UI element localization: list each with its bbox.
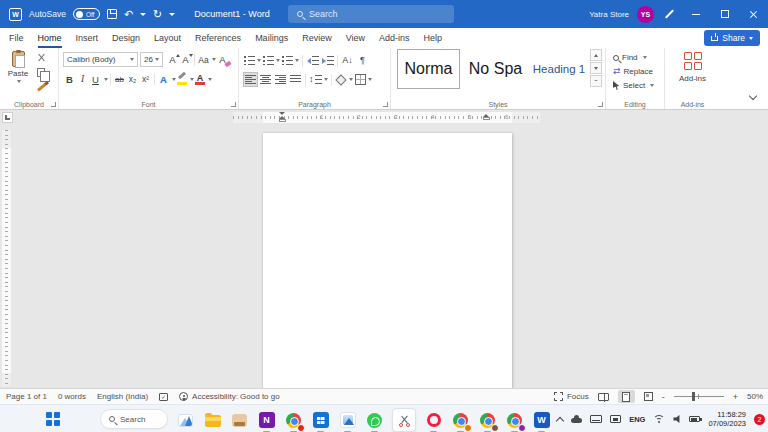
zoom-slider[interactable] — [674, 396, 724, 397]
task-view-button[interactable] — [176, 411, 195, 430]
horizontal-ruler[interactable]: 1 2 3 4 5 6 — [233, 112, 540, 123]
style-no-spacing[interactable]: No Spa — [462, 49, 529, 89]
styles-scroll-up-button[interactable] — [590, 49, 602, 61]
tab-review[interactable]: Review — [302, 28, 332, 48]
tab-mailings[interactable]: Mailings — [255, 28, 288, 48]
styles-scroll-down-button[interactable] — [590, 62, 602, 74]
onedrive-button[interactable] — [571, 415, 582, 423]
indent-marker-right[interactable] — [483, 114, 490, 120]
pen-mode-icon[interactable] — [665, 9, 674, 18]
tab-home[interactable]: Home — [38, 28, 62, 48]
tab-references[interactable]: References — [195, 28, 241, 48]
tab-design[interactable]: Design — [112, 28, 140, 48]
sort-button[interactable]: A↓ — [340, 53, 355, 68]
share-button[interactable]: Share — [704, 30, 760, 46]
styles-gallery-more-button[interactable] — [590, 75, 602, 87]
tab-addins[interactable]: Add-ins — [379, 28, 410, 48]
focus-mode-button[interactable]: Focus — [554, 392, 589, 401]
align-right-button[interactable] — [273, 72, 288, 87]
styles-dialog-launcher-icon[interactable] — [598, 102, 603, 107]
increase-indent-button[interactable] — [320, 53, 335, 68]
redo-icon[interactable]: ↻ — [153, 9, 162, 20]
wifi-button[interactable] — [653, 415, 665, 424]
decrease-indent-button[interactable] — [305, 53, 320, 68]
numbering-button[interactable] — [262, 53, 281, 68]
onenote-button[interactable]: N — [257, 411, 276, 430]
page-indicator[interactable]: Page 1 of 1 — [6, 392, 47, 401]
clear-formatting-button[interactable]: A — [216, 53, 229, 67]
cut-icon[interactable] — [37, 53, 46, 62]
paste-button[interactable]: Paste — [4, 51, 32, 95]
tab-layout[interactable]: Layout — [154, 28, 181, 48]
multilevel-list-button[interactable] — [281, 53, 300, 68]
zoom-out-button[interactable]: - — [662, 392, 665, 402]
avatar[interactable]: YS — [637, 6, 654, 23]
paragraph-dialog-launcher-icon[interactable] — [383, 102, 388, 107]
read-mode-button[interactable] — [598, 393, 609, 401]
undo-icon[interactable]: ↶ — [124, 9, 133, 20]
underline-button[interactable]: U — [89, 72, 102, 86]
change-case-button[interactable]: Aa — [197, 53, 210, 67]
microsoft-store-button[interactable] — [311, 411, 330, 430]
tab-file[interactable]: File — [9, 28, 24, 48]
chrome-profile1-button[interactable] — [451, 411, 470, 430]
tab-stop-selector[interactable] — [2, 112, 13, 123]
hidden-icons-button[interactable] — [557, 415, 563, 424]
subscript-button[interactable]: x₂ — [126, 72, 139, 86]
tab-help[interactable]: Help — [424, 28, 443, 48]
opera-button[interactable] — [424, 411, 443, 430]
style-normal[interactable]: Norma — [397, 49, 460, 89]
whatsapp-button[interactable] — [365, 411, 384, 430]
print-layout-button[interactable] — [618, 390, 635, 403]
borders-button[interactable] — [354, 72, 373, 87]
chrome-profile3-button[interactable] — [505, 411, 524, 430]
italic-button[interactable]: I — [76, 72, 89, 86]
snipping-tool-button[interactable] — [392, 408, 416, 432]
qat-customize-icon[interactable] — [169, 13, 175, 16]
grow-font-button[interactable]: A — [166, 53, 179, 67]
replace-button[interactable]: ⇄Replace — [613, 65, 653, 78]
photos-button[interactable] — [338, 411, 357, 430]
clipboard-dialog-launcher-icon[interactable] — [51, 102, 56, 107]
shrink-font-button[interactable]: A — [179, 53, 192, 67]
text-effects-button[interactable]: A — [157, 72, 170, 86]
clock[interactable]: 11:58:29 07/09/2023 — [708, 410, 746, 428]
file-explorer-button[interactable] — [203, 411, 222, 430]
start-button[interactable] — [46, 412, 60, 426]
zoom-level[interactable]: 50% — [747, 392, 763, 401]
find-button[interactable]: Find — [613, 51, 647, 64]
zoom-in-button[interactable]: + — [733, 392, 738, 402]
web-layout-button[interactable] — [644, 392, 653, 401]
font-color-button[interactable]: A — [194, 73, 206, 85]
language-indicator[interactable]: English (India) — [97, 392, 148, 401]
accessibility-status[interactable]: Accessibility: Good to go — [179, 392, 280, 401]
bullets-button[interactable] — [243, 53, 262, 68]
vertical-ruler[interactable] — [2, 130, 11, 386]
word-taskbar-button[interactable]: W — [532, 411, 551, 430]
cast-display-button[interactable] — [610, 415, 621, 423]
font-size-combo[interactable]: 26 — [140, 52, 163, 67]
zoom-thumb[interactable] — [692, 392, 695, 401]
account-name[interactable]: Yatra Store — [589, 10, 629, 19]
maximize-button[interactable] — [710, 0, 739, 28]
align-left-button[interactable] — [243, 72, 258, 87]
document-page[interactable] — [263, 133, 512, 388]
touch-keyboard-button[interactable] — [590, 415, 602, 423]
font-dialog-launcher-icon[interactable] — [231, 102, 236, 107]
undo-dropdown-icon[interactable] — [140, 13, 146, 16]
taskbar-search-box[interactable]: Search — [100, 409, 168, 429]
collapse-ribbon-icon[interactable] — [749, 92, 757, 100]
titlebar-search-box[interactable]: Search — [288, 5, 454, 23]
chrome-youtube-button[interactable] — [284, 411, 303, 430]
bold-button[interactable]: B — [63, 72, 76, 86]
notification-badge[interactable]: 2 — [754, 414, 765, 425]
proofing-icon[interactable]: ✓ — [159, 393, 168, 401]
chrome-profile2-button[interactable] — [478, 411, 497, 430]
close-button[interactable] — [739, 0, 768, 28]
save-icon[interactable] — [107, 9, 117, 19]
volume-button[interactable] — [673, 415, 681, 423]
style-heading1[interactable]: Heading 1 — [531, 49, 587, 89]
highlight-color-button[interactable] — [176, 73, 188, 85]
shading-button[interactable] — [334, 72, 354, 87]
tab-insert[interactable]: Insert — [76, 28, 99, 48]
